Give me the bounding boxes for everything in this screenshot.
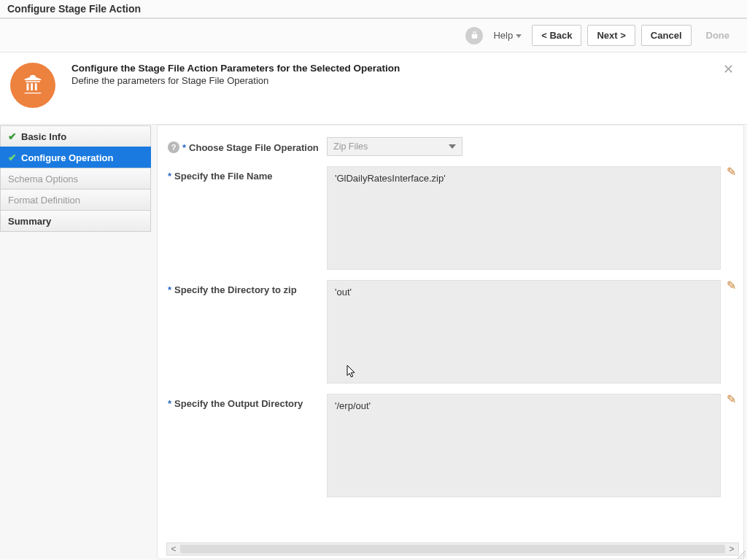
operation-label: Choose Stage File Operation	[189, 142, 319, 153]
chevron-down-icon	[449, 144, 456, 149]
horizontal-scrollbar[interactable]: < >	[166, 542, 739, 556]
check-icon: ✔	[8, 152, 17, 163]
dir-to-zip-label: Specify the Directory to zip	[174, 284, 297, 295]
required-icon: *	[168, 171, 171, 182]
step-configure-operation[interactable]: ✔ Configure Operation	[0, 147, 151, 168]
dir-to-zip-value: 'out'	[327, 280, 721, 384]
close-icon[interactable]: ✕	[723, 63, 734, 76]
chevron-down-icon	[516, 34, 522, 38]
back-button[interactable]: < Back	[532, 25, 581, 46]
edit-icon[interactable]: ✎	[727, 392, 736, 406]
step-schema-options[interactable]: Schema Options	[0, 168, 151, 190]
wizard-icon	[10, 63, 55, 108]
window-title: Configure Stage File Action	[0, 0, 747, 19]
check-icon: ✔	[8, 131, 17, 141]
help-label: Help	[493, 30, 513, 41]
dialog-toolbar: Help < Back Next > Cancel Done	[0, 19, 747, 52]
row-operation: ? * Choose Stage File Operation Zip File…	[168, 137, 733, 156]
scroll-left-icon[interactable]: <	[167, 544, 180, 554]
file-name-value: 'GlDailyRatesInterface.zip'	[327, 166, 721, 270]
lock-icon	[465, 27, 483, 44]
step-label: Schema Options	[8, 174, 78, 184]
resize-grip-icon[interactable]	[735, 548, 746, 559]
step-label: Summary	[8, 216, 51, 227]
operation-value: Zip Files	[333, 141, 368, 152]
next-button[interactable]: Next >	[587, 25, 635, 46]
output-dir-label: Specify the Output Directory	[174, 398, 303, 409]
done-button: Done	[697, 26, 739, 45]
row-dir-to-zip: * Specify the Directory to zip 'out' ✎	[168, 280, 733, 384]
wizard-steps: ✔ Basic Info ✔ Configure Operation Schem…	[0, 125, 151, 559]
help-icon[interactable]: ?	[168, 141, 179, 153]
scroll-track[interactable]	[180, 545, 725, 553]
row-file-name: * Specify the File Name 'GlDailyRatesInt…	[168, 166, 733, 270]
output-dir-value: '/erp/out'	[327, 394, 721, 497]
help-menu[interactable]: Help	[489, 30, 526, 41]
wizard-body: ✔ Basic Info ✔ Configure Operation Schem…	[0, 125, 747, 559]
required-icon: *	[182, 142, 186, 153]
config-panel: ? * Choose Stage File Operation Zip File…	[157, 125, 744, 559]
required-icon: *	[168, 398, 171, 409]
row-output-dir: * Specify the Output Directory '/erp/out…	[168, 394, 733, 497]
file-name-label: Specify the File Name	[174, 171, 272, 182]
step-summary[interactable]: Summary	[0, 210, 151, 232]
cancel-button[interactable]: Cancel	[641, 25, 692, 46]
step-format-definition[interactable]: Format Definition	[0, 189, 151, 211]
step-label: Format Definition	[8, 195, 80, 206]
step-label: Basic Info	[21, 131, 66, 142]
edit-icon[interactable]: ✎	[727, 165, 736, 179]
step-label: Configure Operation	[21, 152, 113, 163]
step-basic-info[interactable]: ✔ Basic Info	[0, 125, 151, 147]
edit-icon[interactable]: ✎	[727, 279, 736, 292]
required-icon: *	[168, 284, 171, 295]
page-title: Configure the Stage File Action Paramete…	[71, 63, 400, 74]
page-subtitle: Define the parameters for Stage File Ope…	[71, 75, 400, 86]
page-header: Configure the Stage File Action Paramete…	[0, 52, 747, 125]
operation-select[interactable]: Zip Files	[327, 137, 462, 156]
